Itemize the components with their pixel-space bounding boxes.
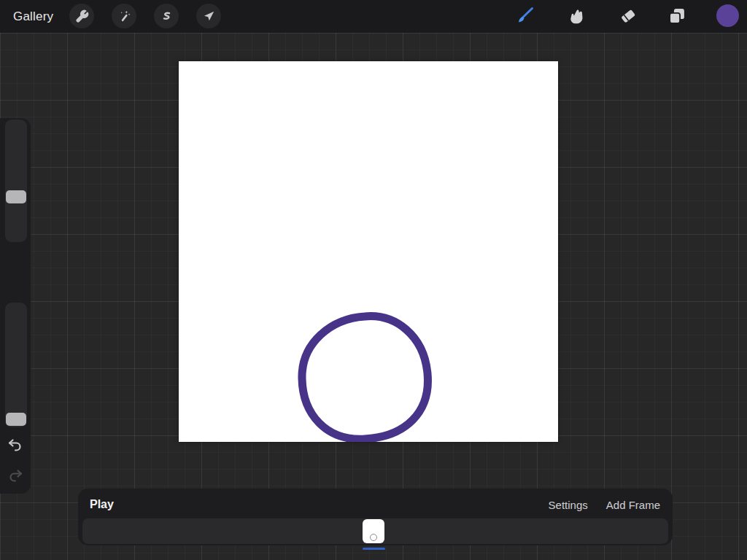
paint-tool-button[interactable]	[513, 4, 536, 28]
opacity-slider[interactable]	[5, 303, 27, 427]
sidebar-tool-strip	[0, 118, 31, 494]
frame-thumbnail-circle-mark	[370, 534, 377, 541]
redo-button[interactable]	[7, 467, 24, 485]
magic-wand-icon	[117, 9, 131, 23]
play-button[interactable]: Play	[90, 498, 114, 511]
brush-icon	[514, 5, 535, 27]
hand-drawn-circle	[302, 316, 427, 440]
undo-button[interactable]	[7, 437, 24, 454]
eraser-icon	[618, 6, 638, 26]
brush-size-slider[interactable]	[5, 120, 27, 242]
redo-icon	[7, 467, 24, 485]
transform-arrow-icon	[202, 9, 216, 23]
top-toolbar: Gallery	[0, 0, 747, 33]
add-frame-button[interactable]: Add Frame	[606, 499, 660, 511]
drawing-canvas[interactable]	[179, 61, 558, 442]
canvas-artwork	[179, 61, 558, 442]
panel-actions: Settings Add Frame	[549, 499, 660, 511]
erase-tool-button[interactable]	[616, 4, 640, 28]
animation-assist-panel: Play Settings Add Frame	[78, 489, 673, 545]
settings-button[interactable]: Settings	[549, 499, 588, 511]
actions-button[interactable]	[69, 4, 94, 28]
wrench-icon	[75, 9, 89, 23]
frame-timeline[interactable]	[82, 518, 668, 544]
gallery-button[interactable]: Gallery	[13, 0, 53, 33]
brush-size-handle[interactable]	[6, 190, 26, 203]
layers-button[interactable]	[665, 4, 689, 28]
color-swatch-button[interactable]	[716, 4, 739, 27]
undo-icon	[7, 437, 24, 454]
smudge-finger-icon	[567, 6, 587, 26]
procreate-app: { "topbar": { "gallery_label": "Gallery"…	[0, 0, 747, 560]
frame-thumbnail-1[interactable]	[363, 519, 384, 543]
adjustments-button[interactable]	[112, 4, 136, 28]
selection-button[interactable]	[154, 4, 179, 28]
opacity-handle[interactable]	[6, 413, 26, 426]
transform-button[interactable]	[196, 4, 221, 28]
selection-s-icon	[160, 9, 174, 23]
smudge-tool-button[interactable]	[565, 4, 589, 28]
layers-icon	[667, 6, 687, 26]
active-frame-indicator	[363, 548, 385, 550]
